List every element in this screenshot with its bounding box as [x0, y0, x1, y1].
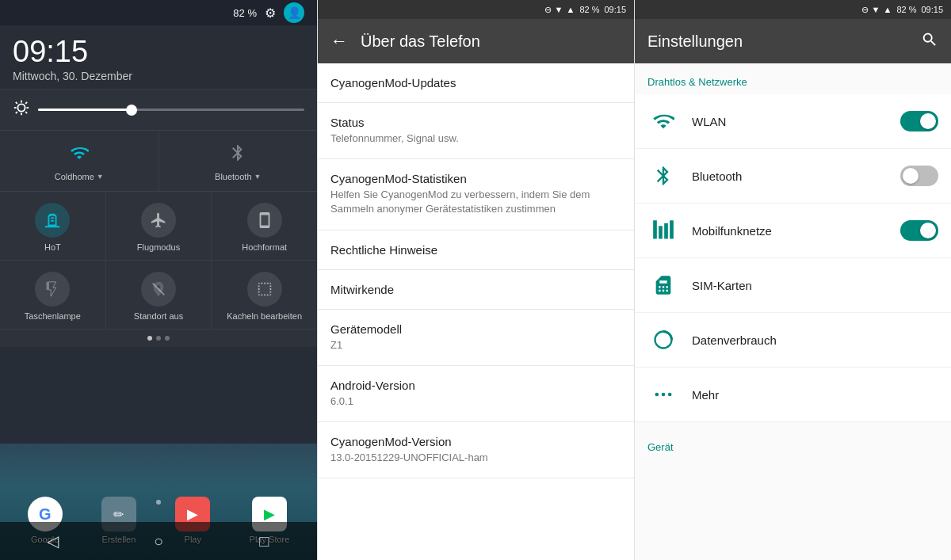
status-title: Status	[330, 116, 621, 129]
flugmodus-tile[interactable]: Flugmodus	[106, 192, 212, 260]
network-icon: ▲	[567, 5, 575, 14]
right-network-icon: ▲	[884, 5, 892, 14]
standort-tile[interactable]: Standort aus	[106, 261, 212, 329]
kacheln-label: Kacheln bearbeiten	[227, 311, 302, 321]
menu-item-statistiken[interactable]: CyanogenMod-Statistiken Helfen Sie Cyano…	[318, 159, 634, 230]
menu-item-updates[interactable]: CyanogenMod-Updates	[318, 63, 634, 103]
menu-item-rechtlich[interactable]: Rechtliche Hinweise	[318, 230, 634, 270]
settings-item-wlan[interactable]: WLAN	[635, 94, 951, 149]
hochformat-icon	[247, 203, 282, 238]
settings-toolbar: Einstellungen	[635, 19, 951, 63]
middle-battery: 82 %	[579, 5, 599, 14]
nav-home[interactable]: ○	[141, 524, 176, 558]
mobilfunk-toggle[interactable]	[900, 220, 938, 241]
wlan-icon	[647, 105, 679, 137]
bottom-dock: G Google ✏ Erstellen ▶ Play ▶ Pla	[0, 444, 317, 560]
geraetemodell-subtitle: Z1	[330, 338, 621, 352]
taschenlampe-label: Taschenlampe	[25, 311, 81, 321]
about-phone-list: CyanogenMod-Updates Status Telefonnummer…	[318, 63, 634, 560]
middle-status-bar: ⊖ ▼ ▲ 82 % 09:15	[318, 0, 634, 19]
mitwirkende-title: Mitwirkende	[330, 283, 621, 296]
notification-shade: 82 % ⚙ 👤 09:15 Mittwoch, 30. Dezember	[0, 0, 317, 444]
standort-icon	[141, 272, 176, 307]
svg-point-12	[655, 393, 659, 397]
statistiken-title: CyanogenMod-Statistiken	[330, 172, 621, 185]
menu-item-cyanogenmod-version[interactable]: CyanogenMod-Version 13.0-20151229-UNOFFI…	[318, 422, 634, 478]
statistiken-subtitle: Helfen Sie CyanogenMod zu verbessern, in…	[330, 188, 621, 216]
settings-item-daten[interactable]: Datenverbrauch	[635, 313, 951, 368]
hochformat-label: Hochformat	[242, 242, 287, 252]
dot-2	[156, 336, 161, 341]
kacheln-icon	[247, 272, 282, 307]
daten-label: Datenverbrauch	[692, 333, 938, 347]
wlan-toggle[interactable]	[900, 111, 938, 131]
bluetooth-toggle[interactable]	[900, 166, 938, 186]
dot-3	[165, 336, 170, 341]
date-display: Mittwoch, 30. Dezember	[13, 70, 304, 82]
svg-line-6	[25, 112, 27, 113]
hot-tile[interactable]: HoT	[0, 192, 106, 260]
hot-label: HoT	[44, 242, 61, 252]
flugmodus-icon	[141, 203, 176, 238]
bluetooth-tile-label: Bluetooth ▼	[215, 172, 261, 181]
mobilfunk-label: Mobilfunknetze	[692, 224, 888, 238]
settings-item-mobilfunk[interactable]: Mobilfunknetze	[635, 204, 951, 258]
sim-label: SIM-Karten	[692, 279, 938, 292]
right-battery: 82 %	[896, 5, 916, 14]
middle-time: 09:15	[604, 5, 626, 14]
android-version-title: Android-Version	[330, 379, 621, 392]
settings-item-mehr[interactable]: Mehr	[635, 368, 951, 422]
right-status-bar: ⊖ ▼ ▲ 82 % 09:15	[635, 0, 951, 19]
signal-icon: ▼	[555, 5, 563, 14]
back-button[interactable]: ←	[330, 31, 348, 51]
menu-item-status[interactable]: Status Telefonnummer, Signal usw.	[318, 103, 634, 159]
svg-point-14	[668, 393, 672, 397]
menu-item-mitwirkende[interactable]: Mitwirkende	[318, 270, 634, 310]
action-tiles-row1: HoT Flugmodus Hochformat	[0, 191, 317, 260]
hot-icon	[35, 203, 70, 238]
right-signal-icon: ▼	[872, 5, 880, 14]
cyanogenmod-version-title: CyanogenMod-Version	[330, 435, 621, 448]
brightness-row[interactable]	[0, 89, 317, 130]
bluetooth-tile-icon	[228, 143, 247, 167]
settings-item-sim[interactable]: SIM-Karten	[635, 258, 951, 313]
bluetooth-settings-label: Bluetooth	[692, 170, 888, 183]
wifi-label: Coldhome ▼	[55, 172, 104, 181]
svg-line-8	[16, 112, 17, 113]
mehr-icon	[647, 379, 679, 410]
brightness-icon	[13, 99, 30, 120]
settings-list: Drahtlos & Netzwerke WLAN Bluetooth	[635, 63, 951, 560]
action-tiles-row2: Taschenlampe Standort aus Kacheln bea	[0, 260, 317, 329]
right-time: 09:15	[921, 5, 943, 14]
nav-recents[interactable]: □	[246, 524, 281, 558]
wifi-tile[interactable]: Coldhome ▼	[0, 131, 159, 191]
wifi-icon	[70, 143, 89, 167]
time-section: 09:15 Mittwoch, 30. Dezember	[0, 25, 317, 89]
dot-1	[147, 336, 152, 341]
brightness-slider[interactable]	[38, 109, 304, 111]
section-header-geraet: Gerät	[635, 429, 951, 459]
avatar[interactable]: 👤	[284, 2, 304, 23]
settings-panel: ⊖ ▼ ▲ 82 % 09:15 Einstellungen Drahtlos …	[634, 0, 951, 560]
settings-icon[interactable]: ⚙	[265, 6, 276, 21]
menu-item-geraetemodell[interactable]: Gerätemodell Z1	[318, 310, 634, 366]
taschenlampe-icon	[35, 272, 70, 307]
rechtlich-title: Rechtliche Hinweise	[330, 243, 621, 257]
search-button[interactable]	[921, 31, 938, 52]
nav-back[interactable]: ◁	[36, 524, 71, 558]
do-not-disturb-icon: ⊖	[544, 5, 552, 15]
kacheln-tile[interactable]: Kacheln bearbeiten	[212, 261, 317, 329]
battery-text: 82 %	[233, 7, 257, 19]
right-status-icons: ⊖ ▼ ▲	[861, 5, 892, 15]
geraetemodell-title: Gerätemodell	[330, 322, 621, 336]
taschenlampe-tile[interactable]: Taschenlampe	[0, 261, 106, 329]
middle-toolbar: ← Über das Telefon	[318, 19, 634, 63]
menu-item-android-version[interactable]: Android-Version 6.0.1	[318, 366, 634, 422]
hochformat-tile[interactable]: Hochformat	[212, 192, 317, 260]
sim-icon	[647, 269, 679, 301]
section-header-drahtlos: Drahtlos & Netzwerke	[635, 63, 951, 94]
about-phone-panel: ⊖ ▼ ▲ 82 % 09:15 ← Über das Telefon Cyan…	[317, 0, 634, 560]
section-gap	[635, 422, 951, 429]
bluetooth-tile[interactable]: Bluetooth ▼	[159, 131, 318, 191]
settings-item-bluetooth[interactable]: Bluetooth	[635, 149, 951, 204]
